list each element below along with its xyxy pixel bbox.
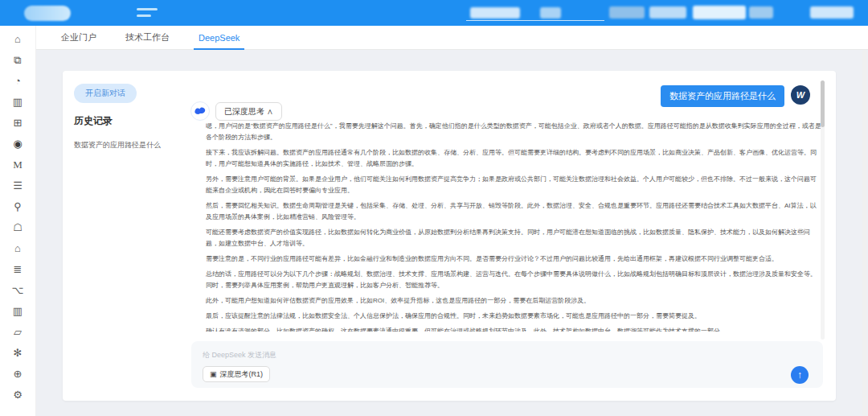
topbar-underline xyxy=(466,20,604,21)
sitemap-icon[interactable]: ⌥ xyxy=(9,285,27,296)
chat-scrollbar-thumb[interactable] xyxy=(821,80,825,127)
send-button[interactable]: ↑ xyxy=(791,366,809,384)
folder-icon[interactable]: ▱ xyxy=(9,327,27,338)
barcode-alt-icon[interactable]: ▥ xyxy=(9,306,27,317)
reasoning-paragraph: 最后，应该提醒注意的法律法规，比如数据安全法、个人信息保护法，确保应用的合规性。… xyxy=(206,311,821,322)
topbar-menu-item[interactable] xyxy=(693,6,746,19)
deep-thought-toggle[interactable]: 已深度思考 ∧ xyxy=(215,102,282,121)
chat-card: 开启新对话 历史记录 数据资产的应用路径是什么 数据资产的应用路径是什么 W 已… xyxy=(63,71,836,401)
home-icon[interactable]: ⌂ xyxy=(9,34,27,45)
topbar-menu-item[interactable] xyxy=(810,6,854,19)
new-chat-button[interactable]: 开启新对话 xyxy=(74,84,137,103)
tab-bar: 企业门户 技术工作台 DeepSeek xyxy=(36,26,868,50)
video-add-icon[interactable]: ⊞ xyxy=(9,117,27,129)
topbar-menu-item[interactable] xyxy=(609,6,645,19)
user-message-row: 数据资产的应用路径是什么 W xyxy=(661,85,810,107)
reasoning-paragraph: 嗯，用户问的是"数据资产的应用路径是什么"，我需要先理解这个问题。首先，确定他们… xyxy=(206,121,821,143)
user-icon[interactable]: ⚲ xyxy=(9,201,27,212)
reasoning-paragraph: 可能还需要考虑数据资产的价值实现路径，比如数据如何转化为商业价值，从原始数据到分… xyxy=(206,227,821,249)
reasoning-paragraph: 另外，需要注意用户可能的背景。如果是企业用户，他们可能关注如何利用数据资产提高竞… xyxy=(206,174,821,196)
history-list-item[interactable]: 数据资产的应用路径是什么 xyxy=(74,140,182,150)
barcode-icon[interactable]: ▥ xyxy=(9,97,27,108)
deep-think-icon: ▣ xyxy=(210,370,217,378)
deepseek-whale-icon xyxy=(190,101,210,121)
badge-icon[interactable]: ✻ xyxy=(9,348,27,359)
shield-icon[interactable]: ☖ xyxy=(9,222,27,233)
tab-tech-workbench[interactable]: 技术工作台 xyxy=(121,26,174,49)
history-title: 历史记录 xyxy=(74,114,113,128)
window-scrollbar[interactable] xyxy=(862,50,866,416)
deep-think-label: 深度思考(R1) xyxy=(220,369,264,380)
deep-think-r1-button[interactable]: ▣ 深度思考(R1) xyxy=(203,366,270,382)
home-alt-icon[interactable]: ⌂ xyxy=(9,243,27,254)
topbar-menu-item[interactable] xyxy=(540,7,561,19)
settings-icon[interactable]: ⚙ xyxy=(9,389,27,401)
topbar-menu-item[interactable] xyxy=(749,6,773,19)
globe-dark-icon[interactable]: ◉ xyxy=(9,138,27,150)
hamburger-icon[interactable] xyxy=(137,8,158,17)
reasoning-paragraph: 然后，需要回忆相关知识。数据生命周期管理是关键，包括采集、存储、处理、分析、共享… xyxy=(206,200,821,223)
app-logo xyxy=(24,6,71,21)
globe-icon[interactable]: ⊕ xyxy=(9,369,27,380)
chat-scrollbar xyxy=(821,80,825,340)
reasoning-paragraph: 确认有没有遗漏的部分，比如数据资产的确权，这在数据要素流通中很重要，但可能在治理… xyxy=(206,326,821,332)
reasoning-paragraph: 接下来，我应该拆解问题。数据资产的应用路径通常有几个阶段，比如数据的收集、存储、… xyxy=(206,147,821,170)
topbar xyxy=(0,0,868,26)
topbar-menu-item[interactable] xyxy=(470,7,520,19)
reasoning-text: 嗯，用户问的是"数据资产的应用路径是什么"，我需要先理解这个问题。首先，确定他们… xyxy=(206,121,821,332)
user-message-bubble: 数据资产的应用路径是什么 xyxy=(661,85,784,107)
organization-icon[interactable]: ⧉ xyxy=(9,55,27,66)
message-input[interactable] xyxy=(203,348,685,362)
reasoning-paragraph: 总结的话，应用路径可以分为以下几个步骤：战略规划、数据治理、技术支撑、应用场景构… xyxy=(206,269,821,291)
left-icon-rail: ⌂ ⧉ ◔ ▥ ⊞ ◉ M ☰ ⚲ ☖ ⌂ ≣ ⌥ ▥ ▱ ✻ ⊕ ⚙ xyxy=(0,26,36,416)
message-composer: ▣ 深度思考(R1) ↑ xyxy=(191,341,823,388)
reasoning-paragraph: 此外，可能用户想知道如何评估数据资产的应用效果，比如ROI、效率提升指标，这也是… xyxy=(206,295,821,307)
layers-icon[interactable]: ≣ xyxy=(9,264,27,275)
tab-enterprise-portal[interactable]: 企业门户 xyxy=(56,26,101,49)
tab-deepseek[interactable]: DeepSeek xyxy=(194,26,244,49)
reasoning-paragraph: 需要注意的是，不同行业的应用路径可能有差异，比如金融行业和制造业的数据应用方向不… xyxy=(206,253,821,265)
list-icon[interactable]: ☰ xyxy=(9,180,27,192)
topbar-menu-item[interactable] xyxy=(649,6,686,19)
user-avatar: W xyxy=(791,85,810,105)
letter-m-icon[interactable]: M xyxy=(9,159,27,171)
pie-chart-icon[interactable]: ◔ xyxy=(9,76,27,87)
